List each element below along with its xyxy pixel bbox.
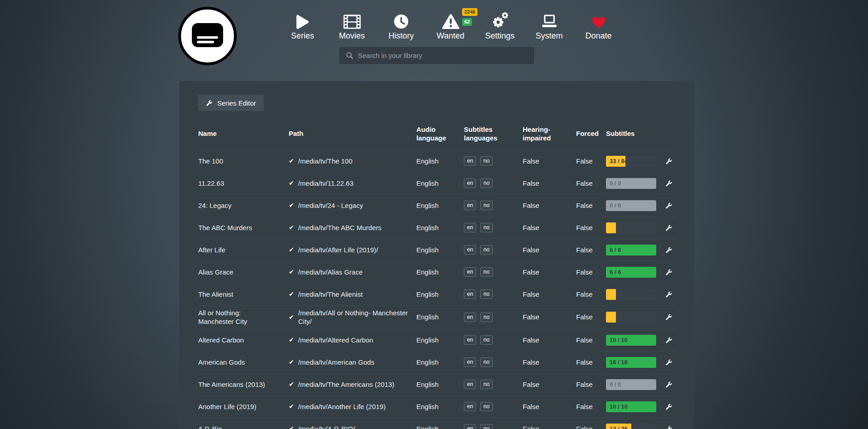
edit-series-button[interactable] — [665, 291, 676, 298]
table-row: The Americans (2013) ✔ /media/tv/The Ame… — [198, 373, 675, 395]
app-logo[interactable] — [178, 6, 237, 66]
series-path: ✔ /media/tv/After Life (2019)/ — [289, 246, 416, 255]
series-path-text: /media/tv/The 100 — [298, 157, 353, 166]
series-path: ✔ /media/tv/Alias Grace — [289, 268, 416, 277]
series-path: ✔ /media/tv/11.22.63 — [289, 179, 416, 188]
wrench-icon — [665, 337, 672, 344]
series-path-text: /media/tv/24 - Legacy — [298, 201, 363, 210]
audio-language: English — [416, 223, 464, 232]
check-icon: ✔ — [289, 358, 294, 366]
search-input[interactable] — [358, 52, 528, 59]
subtitle-language-chip: en — [464, 201, 476, 210]
series-editor-button[interactable]: Series Editor — [198, 95, 264, 111]
subtitle-language-chip: no — [480, 402, 492, 411]
subtitle-language-chip: no — [480, 267, 492, 277]
subtitle-language-chip: en — [464, 357, 476, 367]
edit-series-button[interactable] — [665, 246, 676, 254]
subtitles-progress-label: 10 / 10 — [610, 335, 628, 346]
subtitle-language-chip: en — [464, 178, 476, 188]
nav-item-series[interactable]: Series — [278, 8, 327, 41]
laptop-icon — [541, 8, 558, 29]
audio-language: English — [416, 268, 464, 277]
play-icon — [296, 8, 309, 29]
series-path-text: /media/tv/Another Life (2019) — [298, 402, 386, 411]
subtitle-language-chip: en — [464, 313, 476, 322]
header-subtitles: Subtitles — [606, 130, 665, 138]
subtitle-language-chips: enno — [464, 357, 523, 367]
table-row: A.P. Bio ✔ /media/tv/A.P. BIO/ English e… — [198, 418, 675, 429]
header-name: Name — [198, 130, 289, 138]
header-path: Path — [289, 130, 416, 138]
warning-triangle-icon — [442, 8, 459, 29]
subtitles-progress — [606, 312, 656, 323]
subtitle-language-chip: en — [464, 380, 476, 389]
gears-icon — [491, 8, 509, 29]
edit-series-button[interactable] — [665, 425, 676, 429]
nav-label: Settings — [485, 31, 515, 41]
series-path: ✔ /media/tv/All or Nothing- Manchester C… — [289, 308, 416, 326]
series-name: Altered Carbon — [198, 336, 289, 345]
series-path-text: /media/tv/American Gods — [298, 358, 374, 367]
check-icon: ✔ — [289, 246, 294, 254]
nav-label: Wanted — [437, 31, 464, 41]
audio-language: English — [416, 336, 464, 345]
nav-item-wanted[interactable]: Wanted 2246 62 — [426, 8, 475, 41]
subtitles-progress: 6 / 6 — [606, 245, 656, 255]
nav-item-system[interactable]: System — [525, 8, 574, 41]
edit-series-button[interactable] — [665, 224, 676, 231]
edit-series-button[interactable] — [665, 359, 676, 366]
nav-item-movies[interactable]: Movies — [327, 8, 377, 41]
table-row: All or Nothing: Manchester City ✔ /media… — [198, 305, 675, 329]
edit-series-button[interactable] — [665, 403, 676, 410]
subtitle-language-chips: enno — [464, 156, 523, 166]
edit-series-button[interactable] — [665, 158, 676, 165]
check-icon: ✔ — [289, 179, 294, 187]
subtitle-language-chips: enno — [464, 424, 523, 429]
wrench-icon — [665, 202, 672, 209]
subtitles-progress: 16 / 16 — [606, 357, 656, 368]
edit-series-button[interactable] — [665, 313, 676, 321]
series-path-text: /media/tv/The Alienist — [298, 290, 363, 299]
series-name: Alias Grace — [198, 268, 289, 277]
audio-language: English — [416, 246, 464, 255]
edit-series-button[interactable] — [665, 180, 676, 187]
subtitles-progress-fill — [606, 289, 616, 300]
subtitle-language-chip: no — [480, 289, 492, 299]
nav-item-settings[interactable]: Settings — [475, 8, 525, 41]
nav-item-history[interactable]: History — [377, 8, 426, 41]
series-path: ✔ /media/tv/Altered Carbon — [289, 336, 416, 345]
series-path: ✔ /media/tv/The ABC Murders — [289, 223, 416, 232]
audio-language: English — [416, 313, 464, 322]
series-path-text: /media/tv/After Life (2019)/ — [298, 246, 378, 255]
nav-item-donate[interactable]: Donate — [574, 8, 623, 41]
table-row: The ABC Murders ✔ /media/tv/The ABC Murd… — [198, 217, 675, 239]
subtitle-language-chips: enno — [464, 313, 523, 322]
edit-series-button[interactable] — [665, 337, 676, 344]
edit-series-button[interactable] — [665, 269, 676, 276]
wrench-icon — [665, 403, 672, 410]
wrench-icon — [206, 100, 213, 106]
forced-value: False — [576, 268, 606, 277]
series-path-text: /media/tv/11.22.63 — [298, 179, 353, 188]
series-name: All or Nothing: Manchester City — [198, 308, 289, 326]
check-icon: ✔ — [289, 290, 294, 298]
subtitles-progress-fill — [606, 312, 616, 323]
search-icon — [346, 52, 353, 59]
subtitles-progress: 6 / 6 — [606, 267, 656, 278]
nav-label: Donate — [585, 31, 611, 41]
hearing-impaired-value: False — [523, 246, 576, 255]
wrench-icon — [665, 313, 672, 321]
edit-series-button[interactable] — [665, 381, 676, 388]
series-editor-panel: Series Editor Name Path Audio language S… — [179, 81, 694, 429]
hearing-impaired-value: False — [523, 424, 576, 429]
subtitle-language-chips: enno — [464, 380, 523, 389]
subtitles-progress-label: 0 / 0 — [610, 178, 621, 189]
hearing-impaired-value: False — [523, 380, 576, 389]
hearing-impaired-value: False — [523, 157, 576, 166]
nav-label: Movies — [339, 31, 365, 41]
edit-series-button[interactable] — [665, 202, 676, 209]
subtitles-progress: 0 / 0 — [606, 379, 656, 390]
series-editor-button-label: Series Editor — [217, 99, 256, 107]
forced-value: False — [576, 179, 606, 188]
subtitles-progress: 13 / 26 — [606, 424, 656, 429]
